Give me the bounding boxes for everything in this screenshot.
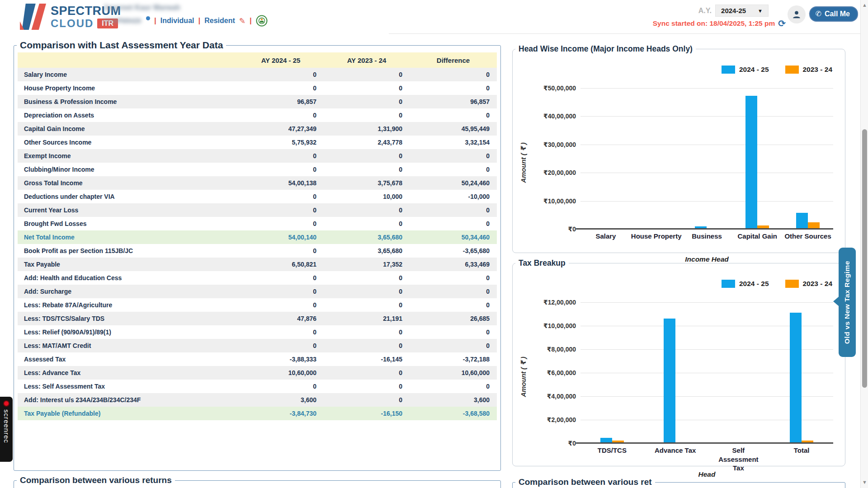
y-tick-label: ₹12,00,000 [543,299,576,306]
y-tick-label: ₹10,00,000 [543,197,576,205]
refresh-icon[interactable]: ⟳ [778,19,786,28]
row-value-col2: 0 [324,342,410,349]
brand-logo-icon [20,4,46,30]
row-value-col3: 0 [410,383,497,390]
table-row: Capital Gain Income47,27,3491,31,90045,9… [18,122,497,136]
table-row: Clubbing/Minor Income000 [18,163,497,176]
legend-item-2023-24[interactable]: 2023 - 24 [785,280,833,288]
row-value-col3: 3,32,154 [410,139,497,146]
comparison-returns-title: Comparison between various returns [17,475,175,485]
row-value-col3: -3,72,188 [410,356,497,363]
row-value-col1: 3,600 [238,396,324,404]
category-label-text: Total [794,446,810,455]
row-value-col1: 0 [238,220,324,227]
col-header-difference: Difference [410,56,497,64]
row-label: Add: Interest u/s 234A/234B/234C/234F [18,396,238,404]
chart-legend: 2024 - 252023 - 24 [722,280,832,288]
y-tick-label: ₹10,00,000 [543,322,576,329]
screenrec-label: screenrec [3,409,10,443]
incometax-emblem-icon[interactable] [256,15,268,27]
row-value-col1: 0 [238,206,324,214]
row-label: Less: Relief (90/90A/91)/89(1) [18,328,238,336]
comparison-last-ay-title: Comparison with Last Assessment Year Dat… [17,40,226,51]
row-value-col2: 3,65,680 [324,234,410,241]
row-value-col3: -3,68,580 [410,410,497,417]
chart-legend: 2024 - 252023 - 24 [722,66,832,74]
call-me-button[interactable]: ✆ Call Me [809,6,858,22]
legend-item-2023-24[interactable]: 2023 - 24 [785,66,833,74]
row-label: Exempt Income [18,152,238,160]
row-value-col2: 0 [324,274,410,282]
y-tick-label: ₹6,00,000 [547,369,576,376]
row-label: Less: Advance Tax [18,369,238,376]
bar-2024-25-Total[interactable] [790,313,802,443]
bar-group-4 [770,302,833,443]
row-value-col2: 2,43,778 [324,139,410,146]
legend-swatch-icon [722,66,735,74]
table-row: Book Profit as per Section 115JB/JC03,65… [18,244,497,258]
category-label: Self Assessment Tax [707,446,770,473]
table-row: Net Total Income54,00,1403,65,68050,34,4… [18,230,497,244]
row-value-col1: 47,27,349 [238,125,324,132]
row-value-col1: 0 [238,247,324,254]
row-value-col3: 0 [410,152,497,160]
row-value-col2: 0 [324,84,410,92]
row-label: Salary Income [18,71,238,78]
y-axis-title: Amount ( ₹ ) [519,350,528,404]
comparison-last-ay-panel: Comparison with Last Assessment Year Dat… [14,40,501,471]
legend-item-2024-25[interactable]: 2024 - 25 [722,280,769,288]
row-label: Add: Health and Education Cess [18,274,238,282]
scroll-down-arrow-icon[interactable]: ▼ [861,479,868,486]
call-me-label: Call Me [825,10,850,18]
bar-group-2 [631,88,682,229]
row-label: Tax Payable (Refundable) [18,410,238,417]
bar-group-3 [707,302,770,443]
scrollbar-thumb[interactable] [862,129,867,388]
row-value-col2: 0 [324,98,410,105]
bar-groups [580,88,833,229]
row-label: Less: MAT/AMT Credit [18,342,238,349]
row-value-col2: -16,150 [324,410,410,417]
row-value-col2: 0 [324,112,410,119]
bar-2024-25-AdvanceTax[interactable] [664,319,675,443]
row-value-col3: 0 [410,206,497,214]
tax-breakup-chart: 2024 - 252023 - 24₹12,00,000₹10,00,000₹8… [513,268,845,449]
old-vs-new-regime-tab[interactable]: Old vs New Tax Regime [839,248,856,357]
screenrec-overlay[interactable]: screenrec [0,397,13,462]
row-value-col2: 1,31,900 [324,125,410,132]
legend-item-2024-25[interactable]: 2024 - 25 [722,66,769,74]
bar-2024-25-OtherSources[interactable] [796,213,808,229]
row-label: Less: Self Assessment Tax [18,383,238,390]
row-label: Depreciation on Assets [18,112,238,119]
row-value-col1: 0 [238,193,324,200]
category-label: Total [770,446,833,473]
chevron-down-icon: ▼ [758,8,763,14]
row-label: Brought Fwd Losses [18,220,238,227]
brand-subname: CLOUD [51,18,94,29]
category-label-text: Salary [595,232,616,241]
row-value-col3: 50,24,460 [410,179,497,187]
table-row: Less: TDS/TCS/Salary TDS47,87621,19126,6… [18,312,497,325]
separator: | [198,16,200,25]
table-row: Add: Surcharge000 [18,285,497,298]
scroll-up-arrow-icon[interactable]: ▲ [861,1,868,9]
edit-pencil-icon[interactable]: ✎ [239,16,245,26]
row-value-col3: 0 [410,274,497,282]
legend-swatch-icon [722,280,735,288]
bar-2024-25-CapitalGain[interactable] [745,96,757,229]
row-value-col2: 0 [324,71,410,78]
bar-group-5 [783,88,833,229]
comparison-returns-right-title: Comparison between various ret [515,477,655,487]
assessment-year-select[interactable]: 2024-25 ▼ [715,5,769,17]
category-label-text: Self Assessment Tax [713,446,764,473]
row-value-col3: 0 [410,71,497,78]
category-label-text: Other Sources [784,232,831,241]
row-value-col2: 0 [324,301,410,309]
row-value-col1: 0 [238,112,324,119]
page-scrollbar[interactable]: ▲ ▼ [860,0,868,488]
table-row: Tax Payable (Refundable)-3,84,730-16,150… [18,407,497,420]
x-axis-line [576,442,833,444]
user-avatar[interactable] [788,5,806,23]
row-value-col2: -16,145 [324,356,410,363]
bar-group-1 [580,302,644,443]
